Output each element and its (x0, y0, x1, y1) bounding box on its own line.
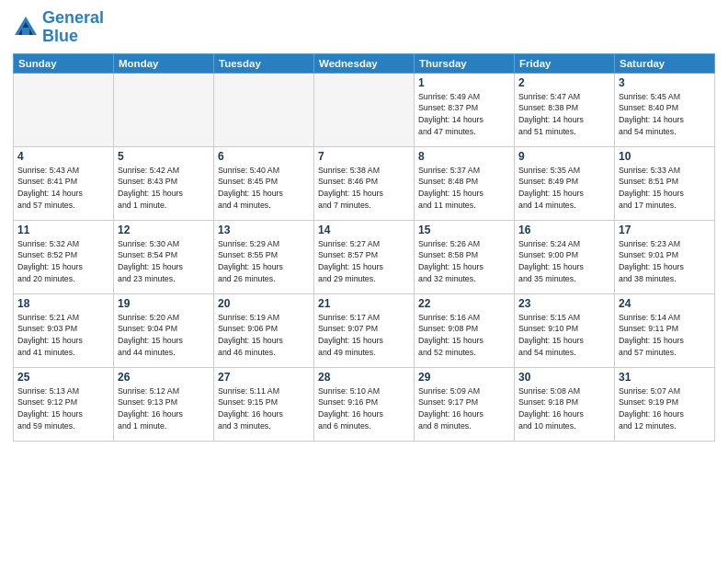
day-cell: 13Sunrise: 5:29 AM Sunset: 8:55 PM Dayli… (214, 220, 314, 293)
day-info: Sunrise: 5:10 AM Sunset: 9:16 PM Dayligh… (318, 385, 410, 432)
day-header-monday: Monday (114, 53, 214, 73)
day-info: Sunrise: 5:38 AM Sunset: 8:46 PM Dayligh… (318, 165, 410, 212)
day-cell: 15Sunrise: 5:26 AM Sunset: 8:58 PM Dayli… (415, 220, 515, 293)
day-info: Sunrise: 5:11 AM Sunset: 9:15 PM Dayligh… (218, 385, 310, 432)
day-info: Sunrise: 5:20 AM Sunset: 9:04 PM Dayligh… (118, 312, 210, 359)
day-cell: 11Sunrise: 5:32 AM Sunset: 8:52 PM Dayli… (14, 220, 114, 293)
day-cell: 29Sunrise: 5:09 AM Sunset: 9:17 PM Dayli… (415, 367, 515, 441)
day-cell: 31Sunrise: 5:07 AM Sunset: 9:19 PM Dayli… (615, 367, 715, 441)
day-number: 15 (418, 224, 510, 236)
day-number: 4 (17, 150, 109, 163)
day-cell: 27Sunrise: 5:11 AM Sunset: 9:15 PM Dayli… (214, 367, 314, 441)
day-cell: 30Sunrise: 5:08 AM Sunset: 9:18 PM Dayli… (515, 367, 615, 441)
day-cell: 4Sunrise: 5:43 AM Sunset: 8:41 PM Daylig… (14, 146, 114, 220)
day-cell: 14Sunrise: 5:27 AM Sunset: 8:57 PM Dayli… (314, 220, 415, 293)
day-cell: 16Sunrise: 5:24 AM Sunset: 9:00 PM Dayli… (515, 220, 615, 293)
day-number: 9 (518, 150, 610, 163)
day-cell (114, 73, 214, 146)
week-row-2: 4Sunrise: 5:43 AM Sunset: 8:41 PM Daylig… (14, 146, 715, 220)
day-info: Sunrise: 5:15 AM Sunset: 9:10 PM Dayligh… (518, 312, 610, 359)
day-cell: 6Sunrise: 5:40 AM Sunset: 8:45 PM Daylig… (214, 146, 314, 220)
day-number: 27 (218, 371, 310, 384)
day-cell: 21Sunrise: 5:17 AM Sunset: 9:07 PM Dayli… (314, 293, 415, 367)
week-row-1: 1Sunrise: 5:49 AM Sunset: 8:37 PM Daylig… (14, 73, 715, 146)
day-number: 3 (619, 76, 711, 89)
day-number: 11 (17, 224, 109, 236)
day-info: Sunrise: 5:40 AM Sunset: 8:45 PM Dayligh… (218, 165, 310, 212)
day-info: Sunrise: 5:37 AM Sunset: 8:48 PM Dayligh… (418, 165, 510, 212)
day-header-wednesday: Wednesday (314, 53, 415, 73)
day-number: 6 (218, 150, 310, 163)
day-info: Sunrise: 5:47 AM Sunset: 8:38 PM Dayligh… (518, 91, 610, 138)
calendar-table: SundayMondayTuesdayWednesdayThursdayFrid… (13, 53, 715, 442)
day-cell: 23Sunrise: 5:15 AM Sunset: 9:10 PM Dayli… (515, 293, 615, 367)
day-number: 29 (418, 371, 510, 384)
day-info: Sunrise: 5:26 AM Sunset: 8:58 PM Dayligh… (418, 238, 510, 285)
day-info: Sunrise: 5:17 AM Sunset: 9:07 PM Dayligh… (318, 312, 410, 359)
logo-name: General Blue (42, 9, 104, 46)
day-info: Sunrise: 5:07 AM Sunset: 9:19 PM Dayligh… (619, 385, 711, 432)
day-number: 7 (318, 150, 410, 163)
day-info: Sunrise: 5:24 AM Sunset: 9:00 PM Dayligh… (518, 238, 610, 285)
day-number: 21 (318, 297, 410, 310)
day-info: Sunrise: 5:32 AM Sunset: 8:52 PM Dayligh… (17, 238, 109, 285)
day-cell: 22Sunrise: 5:16 AM Sunset: 9:08 PM Dayli… (415, 293, 515, 367)
day-number: 31 (619, 371, 711, 384)
day-info: Sunrise: 5:29 AM Sunset: 8:55 PM Dayligh… (218, 238, 310, 285)
day-header-tuesday: Tuesday (214, 53, 314, 73)
day-cell: 12Sunrise: 5:30 AM Sunset: 8:54 PM Dayli… (114, 220, 214, 293)
day-number: 30 (518, 371, 610, 384)
day-cell: 2Sunrise: 5:47 AM Sunset: 8:38 PM Daylig… (515, 73, 615, 146)
day-cell: 24Sunrise: 5:14 AM Sunset: 9:11 PM Dayli… (615, 293, 715, 367)
day-header-sunday: Sunday (14, 53, 114, 73)
day-cell (314, 73, 415, 146)
day-info: Sunrise: 5:14 AM Sunset: 9:11 PM Dayligh… (619, 312, 711, 359)
day-cell: 9Sunrise: 5:35 AM Sunset: 8:49 PM Daylig… (515, 146, 615, 220)
day-number: 25 (17, 371, 109, 384)
week-row-4: 18Sunrise: 5:21 AM Sunset: 9:03 PM Dayli… (14, 293, 715, 367)
day-info: Sunrise: 5:09 AM Sunset: 9:17 PM Dayligh… (418, 385, 510, 432)
day-info: Sunrise: 5:12 AM Sunset: 9:13 PM Dayligh… (118, 385, 210, 432)
header: General Blue (13, 9, 715, 46)
page: General Blue SundayMondayTuesdayWednesda… (0, 0, 728, 563)
day-cell: 8Sunrise: 5:37 AM Sunset: 8:48 PM Daylig… (415, 146, 515, 220)
day-info: Sunrise: 5:08 AM Sunset: 9:18 PM Dayligh… (518, 385, 610, 432)
day-info: Sunrise: 5:19 AM Sunset: 9:06 PM Dayligh… (218, 312, 310, 359)
day-info: Sunrise: 5:42 AM Sunset: 8:43 PM Dayligh… (118, 165, 210, 212)
day-info: Sunrise: 5:35 AM Sunset: 8:49 PM Dayligh… (518, 165, 610, 212)
day-cell: 19Sunrise: 5:20 AM Sunset: 9:04 PM Dayli… (114, 293, 214, 367)
day-cell: 26Sunrise: 5:12 AM Sunset: 9:13 PM Dayli… (114, 367, 214, 441)
day-number: 12 (118, 224, 210, 236)
day-info: Sunrise: 5:23 AM Sunset: 9:01 PM Dayligh… (619, 238, 711, 285)
day-number: 2 (518, 76, 610, 89)
day-cell (214, 73, 314, 146)
day-cell: 1Sunrise: 5:49 AM Sunset: 8:37 PM Daylig… (415, 73, 515, 146)
day-number: 1 (418, 76, 510, 89)
day-cell: 28Sunrise: 5:10 AM Sunset: 9:16 PM Dayli… (314, 367, 415, 441)
day-number: 20 (218, 297, 310, 310)
day-info: Sunrise: 5:16 AM Sunset: 9:08 PM Dayligh… (418, 312, 510, 359)
day-number: 8 (418, 150, 510, 163)
day-info: Sunrise: 5:30 AM Sunset: 8:54 PM Dayligh… (118, 238, 210, 285)
day-header-saturday: Saturday (615, 53, 715, 73)
calendar-body: 1Sunrise: 5:49 AM Sunset: 8:37 PM Daylig… (14, 73, 715, 441)
day-number: 19 (118, 297, 210, 310)
day-info: Sunrise: 5:21 AM Sunset: 9:03 PM Dayligh… (17, 312, 109, 359)
day-cell: 5Sunrise: 5:42 AM Sunset: 8:43 PM Daylig… (114, 146, 214, 220)
day-number: 10 (619, 150, 711, 163)
day-cell: 7Sunrise: 5:38 AM Sunset: 8:46 PM Daylig… (314, 146, 415, 220)
day-cell: 17Sunrise: 5:23 AM Sunset: 9:01 PM Dayli… (615, 220, 715, 293)
header-row: SundayMondayTuesdayWednesdayThursdayFrid… (14, 53, 715, 73)
calendar-header: SundayMondayTuesdayWednesdayThursdayFrid… (14, 53, 715, 73)
day-number: 28 (318, 371, 410, 384)
day-number: 13 (218, 224, 310, 236)
day-info: Sunrise: 5:43 AM Sunset: 8:41 PM Dayligh… (17, 165, 109, 212)
logo: General Blue (13, 9, 104, 46)
day-number: 14 (318, 224, 410, 236)
day-number: 16 (518, 224, 610, 236)
day-info: Sunrise: 5:13 AM Sunset: 9:12 PM Dayligh… (17, 385, 109, 432)
day-cell: 3Sunrise: 5:45 AM Sunset: 8:40 PM Daylig… (615, 73, 715, 146)
day-info: Sunrise: 5:45 AM Sunset: 8:40 PM Dayligh… (619, 91, 711, 138)
day-cell: 20Sunrise: 5:19 AM Sunset: 9:06 PM Dayli… (214, 293, 314, 367)
logo-icon (13, 15, 39, 40)
